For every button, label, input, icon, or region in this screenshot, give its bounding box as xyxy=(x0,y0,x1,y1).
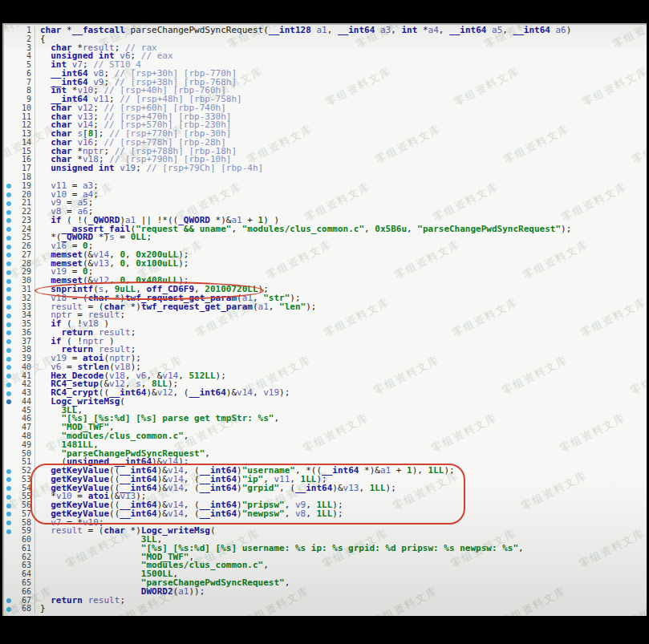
code-line[interactable]: 48 "modules/clus_common.c", xyxy=(4,432,647,441)
address-dot-icon xyxy=(6,529,11,534)
address-dot-icon xyxy=(6,245,11,249)
address-dot-icon xyxy=(6,322,11,327)
code-text: char *__fastcall parseChangePwdSyncReque… xyxy=(35,25,571,35)
line-number: 2 xyxy=(26,35,31,44)
address-dot-icon xyxy=(6,391,11,396)
line-number: 53 xyxy=(22,476,31,484)
gutter[interactable]: 53 xyxy=(4,476,35,484)
gutter[interactable]: 2 xyxy=(4,35,35,44)
address-dot-icon xyxy=(6,296,11,301)
gutter[interactable]: 49 xyxy=(4,441,35,450)
address-dot-icon xyxy=(6,520,11,525)
code-line[interactable]: 67 return result; xyxy=(4,597,647,606)
line-number: 32 xyxy=(22,294,31,303)
line-number: 49 xyxy=(22,441,31,450)
address-dot-icon xyxy=(6,236,11,241)
code-line[interactable]: 28 memset(&v13, 0, 0x100uLL); xyxy=(4,260,647,269)
address-dot-icon xyxy=(6,399,11,404)
code-line[interactable]: 21 v9 = a5; xyxy=(4,199,647,208)
code-text: } xyxy=(35,603,46,614)
code-line[interactable]: 25 *(_QWORD *)s = 0LL; xyxy=(4,233,647,242)
address-dot-icon xyxy=(6,339,11,344)
code-line[interactable]: 44 Logc_writeMsg( xyxy=(4,398,647,407)
address-dot-icon xyxy=(6,495,11,500)
code-text: return result; xyxy=(35,595,125,606)
line-number: 36 xyxy=(22,329,31,338)
address-dot-icon xyxy=(6,598,11,603)
address-dot-icon xyxy=(6,330,11,335)
code-line[interactable]: 19 v11 = a3; xyxy=(4,182,647,191)
address-dot-icon xyxy=(6,305,11,310)
code-line[interactable]: 1char *__fastcall parseChangePwdSyncRequ… xyxy=(4,26,647,35)
address-dot-icon xyxy=(6,607,11,612)
code-line[interactable]: 68} xyxy=(4,605,647,614)
address-dot-icon xyxy=(6,270,11,275)
address-dot-icon xyxy=(6,357,11,362)
address-dot-icon xyxy=(6,477,11,482)
gutter[interactable]: 40 xyxy=(4,363,35,372)
address-dot-icon xyxy=(6,201,11,206)
address-dot-icon xyxy=(6,227,11,232)
address-dot-icon xyxy=(6,218,11,223)
code-line[interactable]: 20 v10 = a4; xyxy=(4,191,647,200)
line-number: 23 xyxy=(22,217,31,225)
address-dot-icon xyxy=(6,512,11,516)
address-dot-icon xyxy=(6,184,11,188)
decompiler-window: 零组资料文库零组资料文库零组资料文库零组资料文库零组资料文库零组资料文库零组资料… xyxy=(2,23,647,616)
line-number: 68 xyxy=(22,605,31,614)
gutter[interactable]: 36 xyxy=(4,329,35,338)
gutter[interactable]: 6 xyxy=(4,70,35,79)
address-dot-icon xyxy=(6,192,11,197)
code-line[interactable]: 17 unsigned int v19; // [rsp+79Ch] [rbp-… xyxy=(4,164,647,173)
address-dot-icon xyxy=(6,253,11,257)
gutter[interactable]: 68 xyxy=(4,605,35,614)
address-dot-icon xyxy=(6,469,11,474)
address-dot-icon xyxy=(6,210,11,215)
address-dot-icon xyxy=(6,486,11,491)
address-dot-icon xyxy=(6,314,11,318)
address-dot-icon xyxy=(6,261,11,266)
address-dot-icon xyxy=(6,374,11,379)
line-number: 66 xyxy=(22,588,31,597)
address-dot-icon xyxy=(6,383,11,387)
address-dot-icon xyxy=(6,365,11,370)
address-dot-icon xyxy=(6,279,11,284)
gutter[interactable]: 32 xyxy=(4,294,35,303)
line-number: 6 xyxy=(26,70,31,79)
line-number: 19 xyxy=(22,182,31,191)
address-dot-icon xyxy=(6,287,11,292)
address-dot-icon xyxy=(6,348,11,353)
screenshot-frame: 零组资料文库零组资料文库零组资料文库零组资料文库零组资料文库零组资料文库零组资料… xyxy=(0,0,649,644)
code-line[interactable]: 18 xyxy=(4,173,647,182)
gutter[interactable]: 19 xyxy=(4,182,35,191)
code-text: unsigned int v19; // [rsp+79Ch] [rbp-4h] xyxy=(35,163,263,173)
gutter[interactable]: 23 xyxy=(4,217,35,225)
gutter[interactable]: 66 xyxy=(4,588,35,597)
pseudocode-view[interactable]: 1char *__fastcall parseChangePwdSyncRequ… xyxy=(4,25,647,616)
address-dot-icon xyxy=(6,504,11,508)
